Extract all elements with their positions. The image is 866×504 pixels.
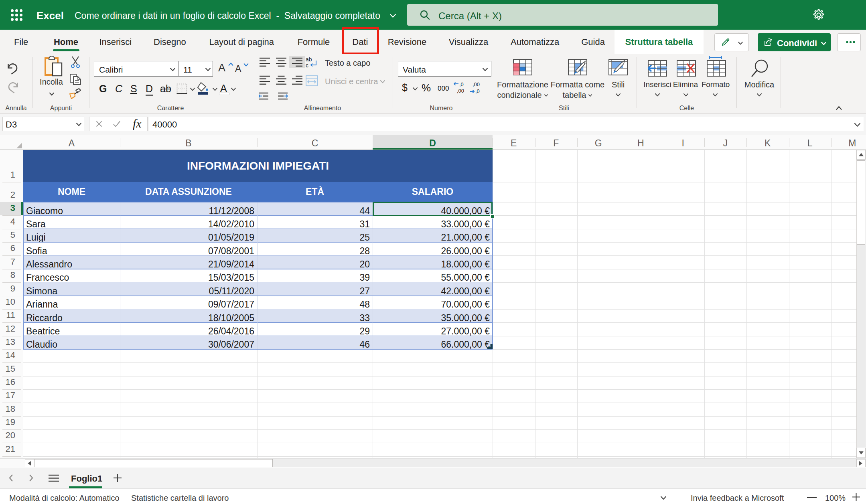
- svg-text:c: c: [306, 62, 308, 68]
- svg-text:,0: ,0: [459, 82, 464, 87]
- svg-text:ab: ab: [306, 57, 312, 63]
- svg-text:,0: ,0: [475, 88, 480, 94]
- svg-text:,00: ,00: [473, 82, 480, 87]
- svg-text:,00: ,00: [457, 88, 464, 94]
